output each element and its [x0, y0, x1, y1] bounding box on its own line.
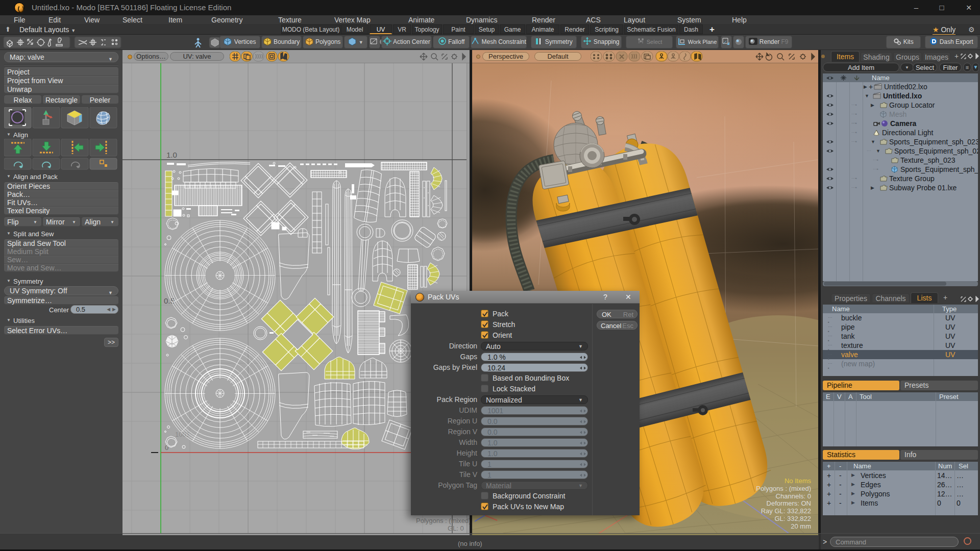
- svg-text:Channels: 0: Channels: 0: [776, 492, 811, 500]
- svg-text:20 mm: 20 mm: [791, 522, 811, 530]
- svg-text:Ray GL: 332,822: Ray GL: 332,822: [761, 507, 811, 515]
- svg-text:No Items: No Items: [785, 477, 812, 485]
- svg-text:1.0: 1.0: [166, 151, 177, 159]
- svg-text:Deformers: ON: Deformers: ON: [767, 499, 811, 507]
- svg-text:1001: 1001: [175, 431, 190, 438]
- svg-text:Polygons : (mixed): Polygons : (mixed): [756, 485, 811, 492]
- svg-text:GL: 332,822: GL: 332,822: [774, 515, 811, 522]
